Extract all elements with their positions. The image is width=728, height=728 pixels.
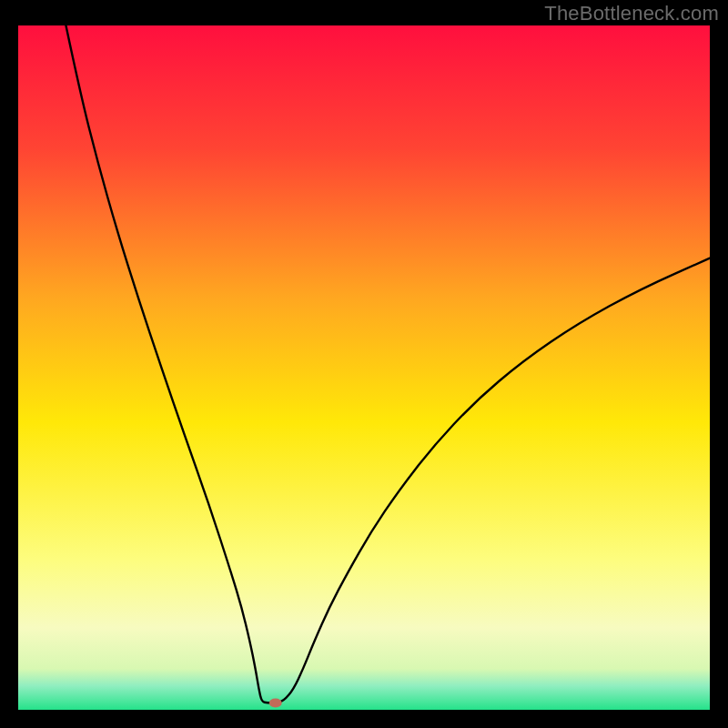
- bottleneck-chart: [18, 25, 710, 710]
- watermark-text: TheBottleneck.com: [544, 2, 719, 25]
- gradient-background: [18, 25, 710, 710]
- chart-frame: TheBottleneck.com: [0, 0, 728, 728]
- optimal-point-marker: [269, 698, 282, 707]
- plot-area: [18, 25, 710, 710]
